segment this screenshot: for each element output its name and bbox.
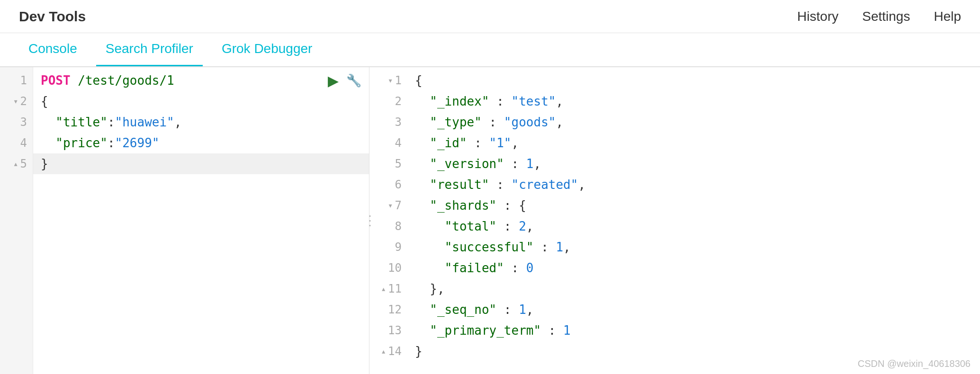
editor-line-4: "price":"2699" <box>33 133 369 153</box>
out-line-num-6: 6 <box>369 174 407 195</box>
out-line-6: "result" : "created", <box>415 174 972 195</box>
out-line-13: "_primary_term" : 1 <box>415 320 972 341</box>
out-line-num-5: 5 <box>369 153 407 174</box>
output-code: ▾1 2 3 4 5 6 ▾7 8 9 10 ▴11 12 13 ▴14 { "… <box>369 67 980 374</box>
out-line-2: "_index" : "test", <box>415 91 972 112</box>
out-line-4: "_id" : "1", <box>415 133 972 153</box>
line-num-2: ▾2 <box>0 91 33 112</box>
out-line-num-7: ▾7 <box>369 195 407 216</box>
watermark: CSDN @weixin_40618306 <box>858 358 971 369</box>
line-num-5: ▴5 <box>0 153 33 174</box>
help-btn[interactable]: Help <box>934 9 961 24</box>
out-line-7: "_shards" : { <box>415 195 972 216</box>
out-line-num-9: 9 <box>369 237 407 258</box>
output-line-numbers: ▾1 2 3 4 5 6 ▾7 8 9 10 ▴11 12 13 ▴14 <box>369 70 407 371</box>
out-line-9: "successful" : 1, <box>415 237 972 258</box>
code-editor[interactable]: 1 ▾2 3 4 ▴5 POST /test/goods/1 ▶ 🔧 <box>0 67 369 374</box>
settings-btn[interactable]: Settings <box>862 9 910 24</box>
tabs-bar: Console Search Profiler Grok Debugger <box>0 33 980 67</box>
editor-line-1: POST /test/goods/1 ▶ 🔧 <box>33 70 369 91</box>
output-code-content: { "_index" : "test", "_type" : "goods", … <box>407 70 980 371</box>
editor-panel: 1 ▾2 3 4 ▴5 POST /test/goods/1 ▶ 🔧 <box>0 67 369 374</box>
out-line-num-1: ▾1 <box>369 70 407 91</box>
out-line-num-4: 4 <box>369 133 407 153</box>
editor-line-5: } <box>33 153 369 174</box>
out-line-num-8: 8 <box>369 216 407 237</box>
out-line-1: { <box>415 70 972 91</box>
history-btn[interactable]: History <box>797 9 838 24</box>
out-line-num-14: ▴14 <box>369 341 407 362</box>
out-line-8: "total" : 2, <box>415 216 972 237</box>
out-line-3: "_type" : "goods", <box>415 112 972 133</box>
run-button[interactable]: ▶ <box>328 72 339 89</box>
out-line-num-10: 10 <box>369 258 407 278</box>
editor-line-3-content: "title":"huawei", <box>41 112 181 133</box>
tab-search-profiler[interactable]: Search Profiler <box>96 34 203 66</box>
wrench-button[interactable]: 🔧 <box>346 73 361 88</box>
resize-handle[interactable]: ⋮ <box>366 67 372 374</box>
editor-line-1-content: POST /test/goods/1 <box>41 70 174 91</box>
resize-dots-icon: ⋮ <box>363 214 375 227</box>
line-1-toolbar: ▶ 🔧 <box>328 72 361 89</box>
editor-line-5-content: } <box>41 153 48 174</box>
out-line-10: "failed" : 0 <box>415 258 972 278</box>
out-line-5: "_version" : 1, <box>415 153 972 174</box>
output-panel: ▾1 2 3 4 5 6 ▾7 8 9 10 ▴11 12 13 ▴14 { "… <box>369 67 980 374</box>
editor-line-2: { <box>33 91 369 112</box>
tab-console[interactable]: Console <box>19 34 87 66</box>
editor-line-3: "title":"huawei", <box>33 112 369 133</box>
out-line-num-2: 2 <box>369 91 407 112</box>
editor-line-numbers: 1 ▾2 3 4 ▴5 <box>0 67 33 374</box>
line-num-1: 1 <box>0 70 33 91</box>
out-line-11: }, <box>415 278 972 299</box>
line-num-4: 4 <box>0 133 33 153</box>
main-content: 1 ▾2 3 4 ▴5 POST /test/goods/1 ▶ 🔧 <box>0 67 980 374</box>
app-title: Dev Tools <box>19 9 86 25</box>
out-line-num-3: 3 <box>369 112 407 133</box>
header: Dev Tools History Settings Help <box>0 0 980 33</box>
editor-line-4-content: "price":"2699" <box>41 133 159 153</box>
out-line-num-12: 12 <box>369 299 407 320</box>
header-actions: History Settings Help <box>797 9 961 24</box>
tab-grok-debugger[interactable]: Grok Debugger <box>212 34 322 66</box>
out-line-12: "_seq_no" : 1, <box>415 299 972 320</box>
editor-line-2-content: { <box>41 91 48 112</box>
out-line-num-11: ▴11 <box>369 278 407 299</box>
editor-code-content[interactable]: POST /test/goods/1 ▶ 🔧 { "title":"huawei… <box>33 67 369 374</box>
line-num-3: 3 <box>0 112 33 133</box>
out-line-num-13: 13 <box>369 320 407 341</box>
